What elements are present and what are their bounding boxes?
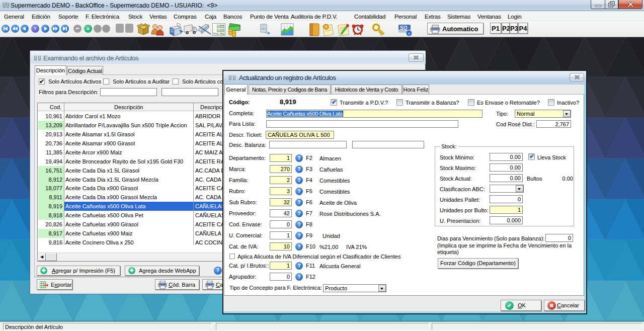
- svg-text:?: ?: [408, 32, 411, 36]
- svg-text:SQ: SQ: [400, 25, 408, 31]
